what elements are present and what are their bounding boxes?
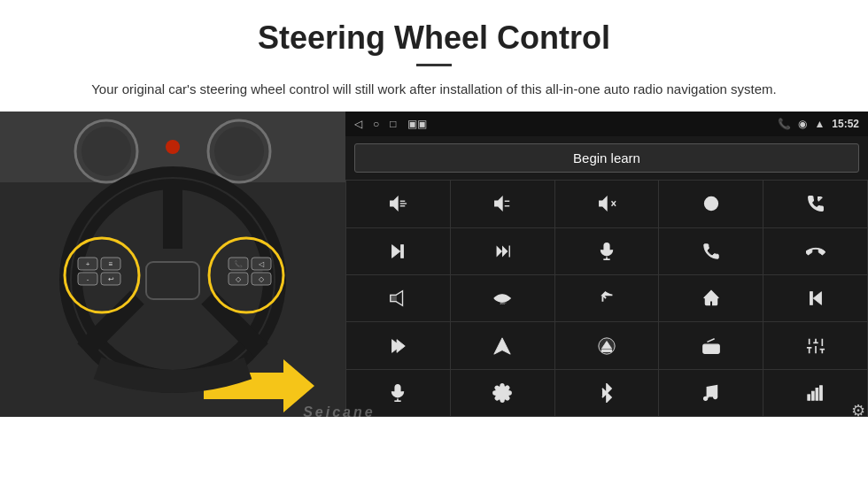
svg-point-66 xyxy=(713,347,717,350)
svg-text:📞: 📞 xyxy=(234,259,243,268)
svg-rect-83 xyxy=(816,389,818,401)
phone-prev-cell[interactable] xyxy=(763,181,867,227)
left-image-panel: + - ≡ ↩ 📞 ◇ ◁ ◇ xyxy=(0,112,345,417)
navigate-icon xyxy=(492,336,512,356)
begin-learn-row: Begin learn xyxy=(345,136,868,180)
home-cell[interactable] xyxy=(659,275,763,321)
navigate-cell[interactable] xyxy=(451,322,554,368)
content-area: + - ≡ ↩ 📞 ◇ ◁ ◇ xyxy=(0,112,868,417)
location-icon: ◉ xyxy=(798,118,807,130)
status-icons-right: 📞 ◉ ▲ 15:52 xyxy=(778,118,859,130)
ff-next-icon xyxy=(492,242,512,261)
volume-bars-cell[interactable]: Seicane ⚙ xyxy=(763,370,867,416)
svg-rect-57 xyxy=(810,292,812,305)
mic-icon xyxy=(597,242,616,261)
svg-text:◇: ◇ xyxy=(236,275,242,283)
svg-point-6 xyxy=(166,140,180,154)
square-icon: □ xyxy=(390,118,396,130)
time-display: 15:52 xyxy=(832,118,859,130)
power-icon xyxy=(701,194,721,213)
horn-icon xyxy=(388,289,407,308)
svg-point-80 xyxy=(714,396,717,399)
prev-track-cell[interactable] xyxy=(763,275,867,321)
hang-up-cell[interactable] xyxy=(763,228,867,274)
svg-marker-60 xyxy=(397,339,405,352)
controls-grid: 360° xyxy=(345,180,868,417)
svg-text:↩: ↩ xyxy=(108,275,114,283)
svg-marker-45 xyxy=(392,245,400,258)
mic-cell[interactable] xyxy=(555,228,659,274)
ff-end-icon xyxy=(388,336,407,356)
svg-rect-12 xyxy=(146,262,199,299)
home-circle-icon: ○ xyxy=(373,118,379,130)
phone-call-cell[interactable] xyxy=(659,228,763,274)
next-track-icon xyxy=(388,242,407,261)
svg-text:≡: ≡ xyxy=(109,260,113,268)
wifi-icon: ▲ xyxy=(814,118,825,130)
svg-text:-: - xyxy=(87,275,89,283)
hang-up-icon xyxy=(806,242,825,261)
back-arrow-icon: ◁ xyxy=(354,118,362,130)
status-bar: ◁ ○ □ ▣▣ 📞 ◉ ▲ 15:52 xyxy=(345,112,868,136)
svg-rect-82 xyxy=(811,391,814,400)
horn-cell[interactable] xyxy=(346,275,450,321)
settings-knob-icon xyxy=(492,383,512,403)
header-section: Steering Wheel Control Your original car… xyxy=(0,0,868,112)
vol-down-icon xyxy=(492,194,512,213)
prev-track-icon xyxy=(806,289,825,308)
vol-up-icon xyxy=(388,194,407,213)
camera-360-cell[interactable]: 360° xyxy=(451,275,554,321)
radio-cell[interactable] xyxy=(659,322,763,368)
radio-icon xyxy=(701,336,721,356)
eject-icon xyxy=(597,336,616,356)
gear-settings-icon[interactable]: ⚙ xyxy=(851,401,865,420)
vol-up-cell[interactable] xyxy=(346,181,450,227)
return-cell[interactable] xyxy=(555,275,659,321)
page-title: Steering Wheel Control xyxy=(53,19,815,57)
svg-marker-47 xyxy=(497,245,502,257)
svg-point-3 xyxy=(81,127,131,176)
title-divider xyxy=(416,64,452,66)
ff-end-cell[interactable] xyxy=(346,322,450,368)
equalizer-icon xyxy=(806,336,825,356)
signal-icon: ▣▣ xyxy=(407,118,427,130)
svg-marker-39 xyxy=(600,197,607,211)
svg-rect-84 xyxy=(819,386,822,401)
camera-360-icon: 360° xyxy=(492,289,512,308)
page-wrapper: Steering Wheel Control Your original car… xyxy=(0,0,868,417)
svg-text:◇: ◇ xyxy=(259,275,265,283)
return-icon xyxy=(597,289,616,308)
svg-marker-48 xyxy=(502,245,508,257)
ff-next-cell[interactable] xyxy=(451,228,554,274)
microphone2-cell[interactable] xyxy=(346,370,450,416)
phone-icon: 📞 xyxy=(778,118,791,130)
svg-marker-61 xyxy=(494,337,510,353)
next-track-cell[interactable] xyxy=(346,228,450,274)
svg-rect-54 xyxy=(391,296,396,302)
vol-mute-icon xyxy=(597,194,616,213)
svg-text:◁: ◁ xyxy=(259,260,265,268)
bluetooth-icon xyxy=(597,383,616,403)
svg-rect-64 xyxy=(601,350,611,351)
eject-cell[interactable] xyxy=(555,322,659,368)
svg-marker-32 xyxy=(391,197,398,211)
right-panel: ◁ ○ □ ▣▣ 📞 ◉ ▲ 15:52 Begin learn xyxy=(345,112,868,417)
subtitle-text: Your original car's steering wheel contr… xyxy=(89,79,779,99)
volume-bars-icon xyxy=(806,383,825,403)
vol-mute-cell[interactable] xyxy=(555,181,659,227)
microphone2-icon xyxy=(388,383,407,403)
phone-call-icon xyxy=(701,242,721,261)
status-icons-left: ◁ ○ □ ▣▣ xyxy=(354,118,427,130)
svg-rect-46 xyxy=(401,245,404,258)
settings-knob-cell[interactable] xyxy=(451,370,554,416)
power-cell[interactable] xyxy=(659,181,763,227)
equalizer-cell[interactable] xyxy=(763,322,867,368)
svg-rect-81 xyxy=(807,395,810,400)
svg-point-5 xyxy=(214,127,264,176)
svg-rect-67 xyxy=(704,347,709,349)
music-cell[interactable] xyxy=(659,370,763,416)
bluetooth-cell[interactable] xyxy=(555,370,659,416)
svg-text:360°: 360° xyxy=(500,303,507,306)
begin-learn-button[interactable]: Begin learn xyxy=(354,143,859,173)
vol-down-cell[interactable] xyxy=(451,181,554,227)
